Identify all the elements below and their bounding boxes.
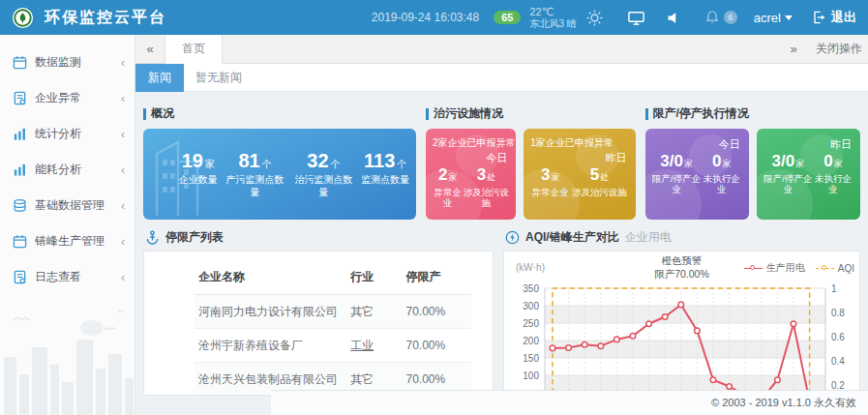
tabs-scroll-left-button[interactable]: «	[135, 42, 165, 56]
legend-label: 生产用电	[766, 261, 805, 275]
sidebar-item-label: 错峰生产管理	[35, 233, 113, 250]
section-accent-bar	[426, 108, 429, 120]
card-stats: 3/0家限产/停产企业0家未执行企业	[652, 153, 742, 194]
card-period-label: 今日	[652, 137, 740, 152]
sidebar-item-label: 日志查看	[35, 269, 113, 285]
stat-unit: 个	[331, 159, 341, 169]
close-operations-button[interactable]: 关闭操作	[808, 41, 868, 57]
stat-label: 涉及治污设施	[572, 187, 627, 197]
stat-item: 32个治污监测点数量	[292, 150, 354, 198]
weather-label: 东北风3 晴	[529, 18, 576, 30]
limit-list-table: 企业名称行业停限产 河南同力电力设计有限公司其它70.00%沧州宇新养殖设备厂工…	[195, 263, 471, 396]
sidebar-item-数据监测[interactable]: 数据监测‹	[0, 44, 135, 80]
sidebar-item-label: 统计分析	[35, 126, 113, 142]
treatment-section-title: 治污设施情况	[434, 105, 503, 122]
header-datetime: 2019-09-24 16:03:48	[372, 11, 479, 24]
calendar-icon	[13, 55, 27, 70]
stat-label: 企业数量	[179, 174, 218, 187]
card-stats: 3/0家限产/停产企业0家未执行企业	[763, 153, 853, 194]
chart-legend: 生产用电AQI	[744, 261, 854, 275]
tab-bar: « 首页 » 关闭操作	[135, 35, 868, 64]
sidebar-item-基础数据管理[interactable]: 基础数据管理‹	[0, 188, 135, 223]
app-logo-icon	[12, 7, 34, 29]
status-card-gold[interactable]: 1家企业已申报异常昨日3家异常企业5处涉及治污设施	[524, 129, 635, 220]
sun-weather-icon[interactable]	[585, 8, 605, 27]
company-cell: 沧州宇新养殖设备厂	[195, 329, 346, 363]
status-card-purple[interactable]: 今日3/0家限产/停产企业0家未执行企业	[645, 129, 749, 220]
stat-value: 3处	[464, 166, 510, 185]
stat-item: 5处涉及治污设施	[572, 166, 627, 197]
aqi-chart-title: AQI/错峰生产对比	[525, 229, 619, 246]
stat-item: 3/0家限产/停产企业	[652, 153, 702, 194]
stat-value: 32个	[292, 150, 354, 171]
legend-marker-icon	[744, 265, 763, 272]
stat-unit: 家	[795, 159, 804, 168]
layers-icon	[13, 198, 27, 213]
production-section-title: 限产/停产执行情况	[653, 105, 749, 122]
table-row[interactable]: 沧州宇新养殖设备厂工业70.00%	[195, 329, 471, 363]
speaker-icon[interactable]	[665, 8, 684, 27]
table-header-row: 企业名称行业停限产	[195, 263, 471, 295]
notification-count-badge: 6	[724, 11, 737, 24]
stats-row: 概况 19家企业数量81个产污监测点数量32个治污监测点数量113个监测点数量	[143, 105, 860, 220]
overview-card[interactable]: 19家企业数量81个产污监测点数量32个治污监测点数量113个监测点数量	[143, 129, 416, 220]
card-stats: 2家异常企业3处涉及治污设施	[433, 166, 509, 208]
stat-unit: 家	[684, 159, 693, 168]
card-period-label: 昨日	[530, 151, 626, 165]
user-menu[interactable]: acrel	[754, 11, 793, 25]
temperature-label: 22℃	[529, 6, 576, 18]
column-header: 停限产	[402, 263, 471, 295]
status-card-pink[interactable]: 2家企业已申报异常今日2家异常企业3处涉及治污设施	[426, 129, 516, 220]
overview-section-header: 概况	[143, 105, 416, 122]
card-period-label: 昨日	[763, 137, 852, 152]
sidebar-item-label: 数据监测	[35, 54, 113, 71]
monitor-icon[interactable]	[627, 8, 646, 27]
sidebar-item-日志查看[interactable]: 日志查看‹	[0, 259, 135, 295]
aqi-chart-subtitle: 企业用电	[625, 229, 672, 246]
column-header: 企业名称	[195, 263, 346, 295]
stat-label: 监测点数量	[361, 174, 409, 187]
sidebar-item-统计分析[interactable]: 统计分析‹	[0, 116, 135, 152]
stat-label: 治污监测点数量	[292, 174, 354, 198]
legend-item-AQI[interactable]: AQI	[816, 261, 854, 275]
status-card-green[interactable]: 昨日3/0家限产/停产企业0家未执行企业	[757, 129, 860, 220]
collapse-chevron-icon: ‹	[121, 271, 125, 284]
legend-label: AQI	[838, 263, 854, 274]
stat-item: 0家未执行企业	[813, 153, 853, 194]
limit-list-title: 停限产列表	[165, 229, 224, 246]
svg-text:300: 300	[523, 301, 539, 311]
company-cell: 河南同力电力设计有限公司	[195, 295, 346, 329]
table-row[interactable]: 河南同力电力设计有限公司其它70.00%	[195, 295, 471, 329]
stat-unit: 家	[449, 172, 458, 182]
tabs-scroll-right-button[interactable]: »	[779, 42, 808, 56]
footer: © 2003 - 2019 v1.1.0 永久有效	[271, 390, 868, 415]
aqi-badge[interactable]: 65	[494, 11, 521, 24]
warning-annotation: 橙色预警 限产70.00%	[654, 254, 709, 281]
news-label[interactable]: 新闻	[135, 64, 184, 92]
stat-value: 113个	[361, 150, 409, 171]
notifications-button[interactable]: 6	[703, 8, 737, 27]
logout-button[interactable]: 退出	[811, 9, 856, 26]
stat-value: 19家	[179, 150, 218, 171]
aqi-chart-header: AQI/错峰生产对比 企业用电	[505, 227, 860, 247]
warning-line2: 限产70.00%	[654, 268, 709, 282]
sidebar-item-错峰生产管理[interactable]: 错峰生产管理‹	[0, 223, 135, 259]
card-headline: 2家企业已申报异常	[433, 136, 509, 150]
weather-widget: 22℃ 东北风3 晴	[529, 6, 576, 29]
logout-label: 退出	[831, 9, 856, 26]
bell-icon	[703, 8, 722, 27]
section-production: 限产/停产执行情况 今日3/0家限产/停产企业0家未执行企业昨日3/0家限产/停…	[645, 105, 860, 220]
tab-home[interactable]: 首页	[165, 35, 223, 64]
sidebar-item-企业异常[interactable]: 企业异常‹	[0, 80, 135, 116]
sidebar-item-能耗分析[interactable]: 能耗分析‹	[0, 152, 135, 188]
legend-item-生产用电[interactable]: 生产用电	[744, 261, 805, 275]
stat-value: 0家	[702, 153, 742, 171]
sidebar-item-label: 能耗分析	[35, 162, 113, 178]
sidebar-menu: 数据监测‹企业异常‹统计分析‹能耗分析‹基础数据管理‹错峰生产管理‹日志查看‹	[0, 44, 135, 295]
sidebar: 数据监测‹企业异常‹统计分析‹能耗分析‹基础数据管理‹错峰生产管理‹日志查看‹	[0, 35, 135, 415]
stat-label: 未执行企业	[702, 173, 742, 195]
bar-chart-icon	[13, 163, 27, 177]
stat-item: 113个监测点数量	[361, 150, 409, 198]
stat-unit: 个	[262, 159, 272, 169]
industry-cell[interactable]: 工业	[346, 329, 402, 363]
